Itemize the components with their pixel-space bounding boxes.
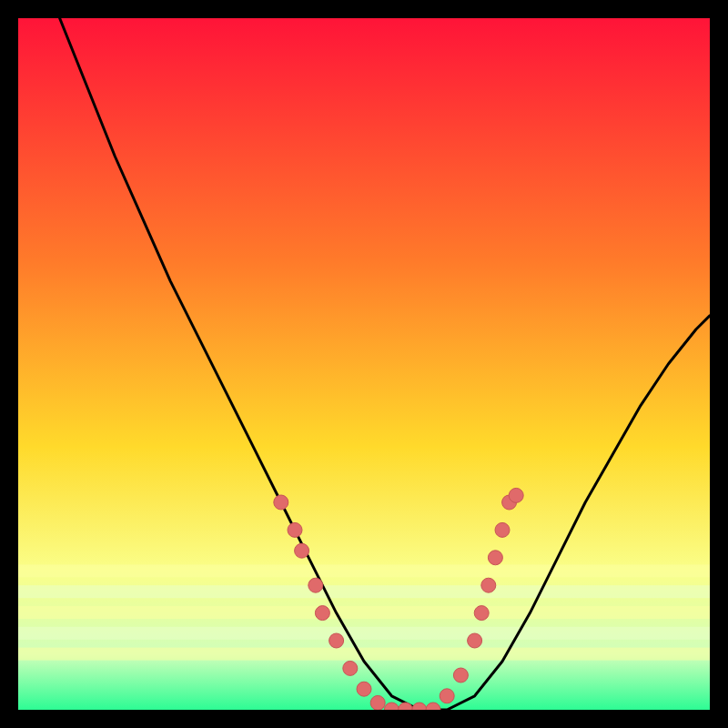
data-point xyxy=(474,606,489,621)
floor-band xyxy=(18,648,710,661)
floor-band xyxy=(18,564,710,577)
data-point xyxy=(440,689,454,703)
data-point xyxy=(343,661,358,675)
data-point xyxy=(495,522,510,537)
data-point xyxy=(468,633,482,648)
data-point xyxy=(370,695,385,710)
data-point xyxy=(357,682,371,696)
data-point xyxy=(481,578,496,592)
data-point xyxy=(509,488,523,502)
data-point xyxy=(274,495,288,510)
floor-band xyxy=(18,627,710,640)
data-point xyxy=(453,668,468,682)
data-point xyxy=(295,543,309,558)
data-point xyxy=(488,551,502,565)
data-point xyxy=(329,633,344,648)
floor-band xyxy=(18,585,710,598)
floor-band xyxy=(18,606,710,619)
bottleneck-chart xyxy=(18,18,710,710)
data-point xyxy=(308,578,323,592)
data-point xyxy=(288,522,302,537)
chart-frame: TheBottleneck.com xyxy=(18,18,710,710)
data-point xyxy=(315,606,329,621)
